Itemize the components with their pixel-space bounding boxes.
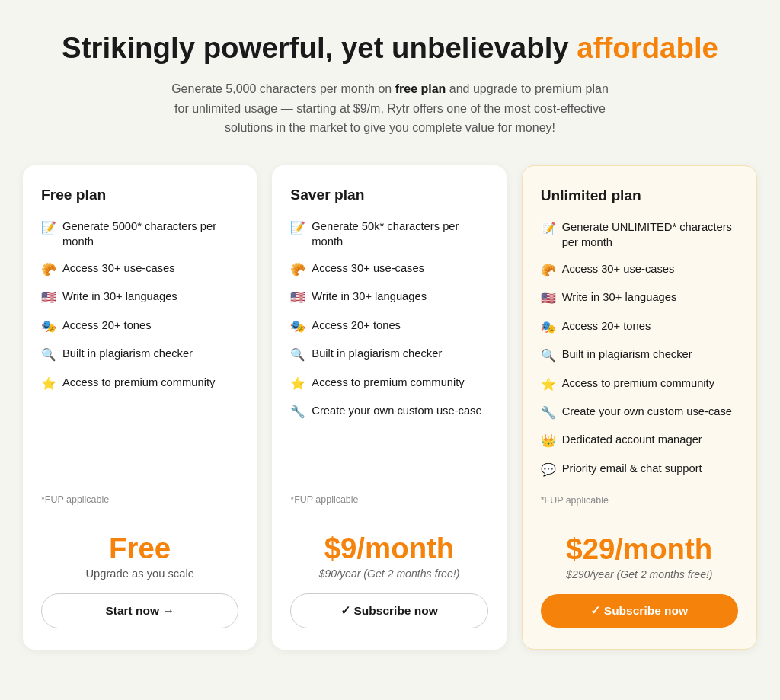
plans-container: Free plan 📝Generate 5000* characters per…	[23, 165, 757, 650]
list-item: 🥐Access 30+ use-cases	[541, 261, 738, 279]
page-title: Strikingly powerful, yet unbelievably af…	[23, 30, 757, 66]
list-item: 📝Generate 50k* characters per month	[290, 219, 488, 250]
feature-text: Access 30+ use-cases	[62, 261, 175, 276]
feature-icon: 📝	[290, 219, 305, 236]
feature-text: Access 20+ tones	[312, 318, 401, 334]
feature-text: Write in 30+ languages	[62, 289, 177, 305]
price-sub-saver: $90/year (Get 2 months free!)	[290, 567, 488, 580]
title-accent: affordable	[577, 31, 718, 64]
feature-text: Access to premium community	[62, 375, 215, 391]
start-now-button[interactable]: Start now →	[41, 593, 238, 628]
title-plain: Strikingly powerful, yet unbelievably	[62, 31, 577, 64]
feature-text: Access 20+ tones	[562, 318, 651, 334]
price-main-free: Free	[41, 532, 238, 564]
feature-text: Priority email & chat support	[562, 461, 702, 477]
subscribe-saver-button[interactable]: ✓ Subscribe now	[290, 593, 488, 628]
feature-icon: 🔧	[541, 404, 556, 421]
list-item: 🔧Create your own custom use-case	[541, 404, 738, 421]
feature-icon: 📝	[541, 220, 556, 237]
plan-title-free: Free plan	[41, 187, 238, 203]
plan-card-saver: Saver plan 📝Generate 50k* characters per…	[272, 165, 506, 650]
feature-text: Generate 50k* characters per month	[312, 219, 488, 250]
feature-icon: 🔧	[290, 404, 305, 420]
feature-icon: 🇺🇸	[41, 289, 56, 306]
fup-note-free: *FUP applicable	[41, 494, 238, 505]
feature-icon: 🇺🇸	[290, 289, 305, 306]
feature-icon: 🎭	[541, 319, 556, 336]
list-item: 🥐Access 30+ use-cases	[41, 261, 238, 278]
page-description: Generate 5,000 characters per month on f…	[169, 79, 611, 138]
feature-text: Access 30+ use-cases	[562, 261, 675, 277]
feature-icon: ⭐	[541, 376, 556, 393]
list-item: 🔍Built in plagiarism checker	[290, 346, 488, 363]
list-item: 🎭Access 20+ tones	[541, 318, 738, 336]
feature-text: Generate 5000* characters per month	[62, 219, 238, 250]
feature-icon: 🔍	[541, 347, 556, 364]
price-sub-unlimited: $290/year (Get 2 months free!)	[541, 568, 738, 580]
plan-card-unlimited: Unlimited plan 📝Generate UNLIMITED* char…	[522, 165, 757, 650]
feature-text: Built in plagiarism checker	[562, 347, 692, 363]
feature-icon: 🇺🇸	[541, 290, 556, 307]
fup-note-unlimited: *FUP applicable	[541, 495, 738, 506]
features-list-saver: 📝Generate 50k* characters per month 🥐Acc…	[290, 219, 488, 488]
price-section-free: Free Upgrade as you scale Start now →	[41, 519, 238, 628]
list-item: 👑Dedicated account manager	[541, 432, 738, 449]
plan-title-saver: Saver plan	[290, 187, 488, 203]
feature-icon: 🔍	[41, 347, 56, 363]
feature-icon: 🎭	[41, 318, 56, 335]
fup-note-saver: *FUP applicable	[290, 494, 488, 505]
list-item: 💬Priority email & chat support	[541, 461, 738, 478]
feature-text: Create your own custom use-case	[312, 403, 481, 419]
feature-text: Access to premium community	[312, 375, 464, 391]
list-item: 🔍Built in plagiarism checker	[541, 347, 738, 364]
feature-icon: 🥐	[541, 262, 556, 279]
list-item: 🇺🇸Write in 30+ languages	[290, 289, 488, 306]
list-item: ⭐Access to premium community	[41, 375, 238, 392]
feature-icon: ⭐	[41, 376, 56, 392]
feature-icon: 💬	[541, 462, 556, 478]
feature-icon: 🔍	[290, 347, 305, 363]
features-list-free: 📝Generate 5000* characters per month 🥐Ac…	[41, 219, 238, 488]
price-main-unlimited: $29/month	[541, 533, 738, 565]
feature-text: Write in 30+ languages	[312, 289, 427, 305]
list-item: 📝Generate UNLIMITED* characters per mont…	[541, 219, 738, 251]
page-header: Strikingly powerful, yet unbelievably af…	[23, 30, 757, 138]
list-item: 🎭Access 20+ tones	[290, 318, 488, 335]
list-item: ⭐Access to premium community	[290, 375, 488, 392]
feature-icon: 📝	[41, 219, 56, 236]
price-main-saver: $9/month	[290, 532, 488, 564]
feature-icon: 🥐	[290, 261, 305, 278]
features-list-unlimited: 📝Generate UNLIMITED* characters per mont…	[541, 219, 738, 489]
list-item: 🔧Create your own custom use-case	[290, 403, 488, 420]
feature-icon: 🥐	[41, 261, 56, 278]
feature-text: Built in plagiarism checker	[312, 346, 442, 362]
feature-text: Access to premium community	[562, 376, 714, 392]
price-section-saver: $9/month $90/year (Get 2 months free!) ✓…	[290, 519, 488, 628]
feature-text: Write in 30+ languages	[562, 289, 677, 305]
price-label-free: Upgrade as you scale	[41, 567, 238, 580]
feature-icon: 👑	[541, 433, 556, 449]
plan-title-unlimited: Unlimited plan	[541, 187, 738, 204]
list-item: 🇺🇸Write in 30+ languages	[41, 289, 238, 306]
list-item: 🇺🇸Write in 30+ languages	[541, 289, 738, 307]
feature-text: Create your own custom use-case	[562, 404, 732, 420]
feature-icon: ⭐	[290, 376, 305, 392]
list-item: 🎭Access 20+ tones	[41, 318, 238, 335]
feature-icon: 🎭	[290, 318, 305, 335]
feature-text: Generate UNLIMITED* characters per month	[562, 219, 738, 251]
list-item: ⭐Access to premium community	[541, 376, 738, 393]
price-section-unlimited: $29/month $290/year (Get 2 months free!)…	[541, 519, 738, 628]
feature-text: Built in plagiarism checker	[62, 346, 193, 362]
feature-text: Dedicated account manager	[562, 432, 702, 448]
list-item: 🥐Access 30+ use-cases	[290, 261, 488, 278]
plan-card-free: Free plan 📝Generate 5000* characters per…	[23, 165, 257, 650]
feature-text: Access 30+ use-cases	[312, 261, 424, 276]
list-item: 🔍Built in plagiarism checker	[41, 346, 238, 363]
subscribe-unlimited-button[interactable]: ✓ Subscribe now	[541, 594, 738, 628]
list-item: 📝Generate 5000* characters per month	[41, 219, 238, 250]
feature-text: Access 20+ tones	[62, 318, 152, 334]
